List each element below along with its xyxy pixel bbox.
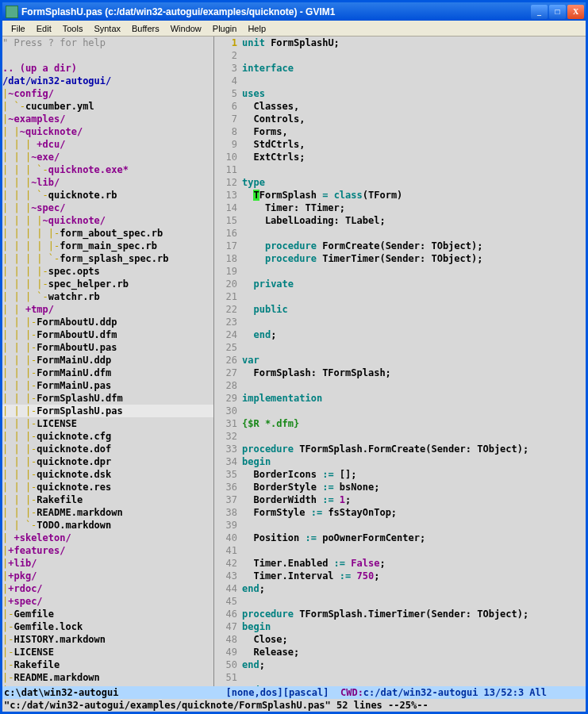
code-line-36[interactable]: 36 BorderStyle := bsNone; bbox=[214, 481, 586, 493]
code-line-35[interactable]: 35 BorderIcons := []; bbox=[214, 468, 586, 481]
tree-tmp-[interactable]: | | +tmp/ bbox=[2, 303, 213, 316]
tree-LICENSE[interactable]: |-LICENSE bbox=[2, 646, 213, 658]
tree-README-markdown[interactable]: |-README.markdown bbox=[2, 671, 213, 684]
tree-exe-[interactable]: | | |~exe/ bbox=[2, 151, 213, 163]
code-line-46[interactable]: 46procedure TFormSplash.TimerTimer(Sende… bbox=[214, 608, 586, 620]
tree-spec-opts[interactable]: | | | |-spec.opts bbox=[2, 265, 213, 278]
code-line-31[interactable]: 31{$R *.dfm} bbox=[214, 417, 586, 430]
close-button[interactable]: X bbox=[567, 5, 584, 19]
menu-file[interactable]: File bbox=[6, 24, 31, 33]
tree-features-[interactable]: |+features/ bbox=[2, 544, 213, 557]
minimize-button[interactable]: _ bbox=[531, 5, 548, 19]
tree-help[interactable]: " Press ? for help bbox=[2, 36, 213, 49]
code-line-23[interactable]: 23 bbox=[214, 316, 586, 328]
code-line-10[interactable]: 10 ExtCtrls; bbox=[214, 151, 586, 163]
code-line-42[interactable]: 42 Timer.Enabled := False; bbox=[214, 557, 586, 570]
code-line-28[interactable]: 28 bbox=[214, 379, 586, 392]
tree-Rakefile[interactable]: | | |-Rakefile bbox=[2, 493, 213, 506]
tree-spec_helper-rb[interactable]: | | | |-spec_helper.rb bbox=[2, 278, 213, 290]
code-line-14[interactable]: 14 Timer: TTimer; bbox=[214, 202, 586, 214]
code-line-16[interactable]: 16 bbox=[214, 227, 586, 240]
code-line-3[interactable]: 3interface bbox=[214, 62, 586, 75]
tree-quicknote-exe*[interactable]: | | | `-quicknote.exe* bbox=[2, 163, 213, 176]
tree-quicknote-res[interactable]: | | |-quicknote.res bbox=[2, 481, 213, 493]
tree-examples-[interactable]: |~examples/ bbox=[2, 113, 213, 125]
code-line-48[interactable]: 48 Close; bbox=[214, 633, 586, 646]
tree-dcu-[interactable]: | | | +dcu/ bbox=[2, 138, 213, 151]
tree-root[interactable]: /dat/win32-autogui/ bbox=[2, 75, 213, 87]
code-line-25[interactable]: 25 bbox=[214, 341, 586, 354]
code-line-17[interactable]: 17 procedure FormCreate(Sender: TObject)… bbox=[214, 240, 586, 252]
tree-rdoc-[interactable]: |+rdoc/ bbox=[2, 582, 213, 595]
tree-FormAboutU-dfm[interactable]: | | |-FormAboutU.dfm bbox=[2, 328, 213, 341]
code-line-6[interactable]: 6 Classes, bbox=[214, 100, 586, 113]
tree-LICENSE[interactable]: | | |-LICENSE bbox=[2, 417, 213, 430]
code-line-24[interactable]: 24 end; bbox=[214, 328, 586, 341]
menu-window[interactable]: Window bbox=[165, 24, 207, 33]
code-line-50[interactable]: 50end; bbox=[214, 658, 586, 671]
tree-Rakefile[interactable]: |-Rakefile bbox=[2, 658, 213, 671]
code-line-8[interactable]: 8 Forms, bbox=[214, 125, 586, 138]
tree-quicknote-dpr[interactable]: | | |-quicknote.dpr bbox=[2, 455, 213, 468]
code-line-45[interactable]: 45 bbox=[214, 595, 586, 608]
code-line-11[interactable]: 11 bbox=[214, 163, 586, 176]
code-line-44[interactable]: 44end; bbox=[214, 582, 586, 595]
code-line-4[interactable]: 4 bbox=[214, 75, 586, 87]
code-line-13[interactable]: 13 TFormSplash = class(TForm) bbox=[214, 189, 586, 202]
tree-form_splash_spec-rb[interactable]: | | | | `-form_splash_spec.rb bbox=[2, 252, 213, 265]
tree-spec-[interactable]: | | |~spec/ bbox=[2, 202, 213, 214]
tree-FormSplashU-pas[interactable]: | | |-FormSplashU.pas bbox=[2, 405, 213, 417]
tree-lib-[interactable]: | | |~lib/ bbox=[2, 176, 213, 189]
tree-updir[interactable]: .. (up a dir) bbox=[2, 62, 213, 75]
code-line-19[interactable]: 19 bbox=[214, 265, 586, 278]
tree-FormMainU-dfm[interactable]: | | |-FormMainU.dfm bbox=[2, 367, 213, 379]
tree-watchr-rb[interactable]: | | | `-watchr.rb bbox=[2, 290, 213, 303]
menu-plugin[interactable]: Plugin bbox=[207, 24, 243, 33]
tree-Gemfile[interactable]: |-Gemfile bbox=[2, 608, 213, 620]
code-line-33[interactable]: 33procedure TFormSplash.FormCreate(Sende… bbox=[214, 443, 586, 455]
menu-syntax[interactable]: Syntax bbox=[88, 24, 126, 33]
code-pane[interactable]: 1unit FormSplashU;23interface45uses6 Cla… bbox=[214, 36, 586, 686]
menu-tools[interactable]: Tools bbox=[57, 24, 89, 33]
tree-FormMainU-ddp[interactable]: | | |-FormMainU.ddp bbox=[2, 354, 213, 367]
tree-quicknote-[interactable]: | |~quicknote/ bbox=[2, 125, 213, 138]
code-line-49[interactable]: 49 Release; bbox=[214, 646, 586, 658]
tree-form_about_spec-rb[interactable]: | | | | |-form_about_spec.rb bbox=[2, 227, 213, 240]
code-line-15[interactable]: 15 LabelLoading: TLabel; bbox=[214, 214, 586, 227]
code-line-7[interactable]: 7 Controls, bbox=[214, 113, 586, 125]
menu-help[interactable]: Help bbox=[242, 24, 271, 33]
code-line-38[interactable]: 38 FormStyle := fsStayOnTop; bbox=[214, 506, 586, 519]
menu-edit[interactable]: Edit bbox=[31, 24, 57, 33]
code-line-20[interactable]: 20 private bbox=[214, 278, 586, 290]
code-line-26[interactable]: 26var bbox=[214, 354, 586, 367]
code-line-5[interactable]: 5uses bbox=[214, 87, 586, 100]
code-line-37[interactable]: 37 BorderWidth := 1; bbox=[214, 493, 586, 506]
maximize-button[interactable]: □ bbox=[549, 5, 566, 19]
code-line-29[interactable]: 29implementation bbox=[214, 392, 586, 405]
tree-blank[interactable] bbox=[2, 49, 213, 62]
code-line-12[interactable]: 12type bbox=[214, 176, 586, 189]
code-line-30[interactable]: 30 bbox=[214, 405, 586, 417]
code-line-39[interactable]: 39 bbox=[214, 519, 586, 532]
code-line-43[interactable]: 43 Timer.Interval := 750; bbox=[214, 570, 586, 582]
menu-buffers[interactable]: Buffers bbox=[126, 24, 165, 33]
code-line-18[interactable]: 18 procedure TimerTimer(Sender: TObject)… bbox=[214, 252, 586, 265]
code-line-27[interactable]: 27 FormSplash: TFormSplash; bbox=[214, 367, 586, 379]
code-line-32[interactable]: 32 bbox=[214, 430, 586, 443]
tree-FormMainU-pas[interactable]: | | |-FormMainU.pas bbox=[2, 379, 213, 392]
code-line-2[interactable]: 2 bbox=[214, 49, 586, 62]
tree-quicknote-rb[interactable]: | | | `-quicknote.rb bbox=[2, 189, 213, 202]
code-line-21[interactable]: 21 bbox=[214, 290, 586, 303]
code-line-40[interactable]: 40 Position := poOwnerFormCenter; bbox=[214, 532, 586, 544]
tree-TODO-markdown[interactable]: | | `-TODO.markdown bbox=[2, 519, 213, 532]
tree-config-[interactable]: |~config/ bbox=[2, 87, 213, 100]
tree-README-markdown[interactable]: | | |-README.markdown bbox=[2, 506, 213, 519]
tree-Gemfile-lock[interactable]: |-Gemfile.lock bbox=[2, 620, 213, 633]
nerdtree-pane[interactable]: " Press ? for help.. (up a dir)/dat/win3… bbox=[2, 36, 214, 686]
tree-cucumber-yml[interactable]: | `-cucumber.yml bbox=[2, 100, 213, 113]
code-line-51[interactable]: 51 bbox=[214, 671, 586, 684]
code-line-1[interactable]: 1unit FormSplashU; bbox=[214, 36, 586, 49]
tree-FormAboutU-ddp[interactable]: | | |-FormAboutU.ddp bbox=[2, 316, 213, 328]
tree-skeleton-[interactable]: | +skeleton/ bbox=[2, 532, 213, 544]
code-line-47[interactable]: 47begin bbox=[214, 620, 586, 633]
